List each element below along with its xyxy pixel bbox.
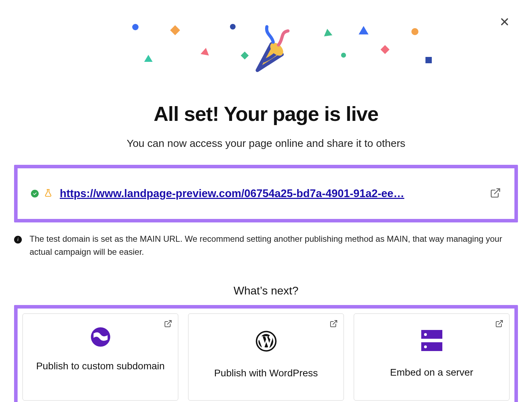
modal-headline: All set! Your page is live (14, 102, 518, 125)
server-icon (421, 330, 442, 351)
confetti-illustration (14, 18, 518, 74)
open-external-icon (164, 319, 172, 329)
info-message: i The test domain is set as the MAIN URL… (14, 232, 518, 258)
svg-line-8 (499, 320, 502, 324)
globe-icon (90, 326, 111, 348)
svg-line-3 (494, 189, 500, 194)
card-title: Embed on a server (390, 366, 473, 379)
card-title: Publish to custom subdomain (36, 359, 165, 373)
wordpress-icon (256, 331, 277, 352)
live-page-url[interactable]: https://www.landpage-preview.com/06754a2… (60, 187, 485, 200)
party-popper-icon (238, 25, 294, 74)
whats-next-heading: What’s next? (14, 284, 518, 297)
svg-line-4 (167, 320, 171, 324)
next-options-panel: Publish to custom subdomain Publish with… (14, 305, 518, 402)
svg-line-6 (333, 320, 337, 324)
info-text: The test domain is set as the MAIN URL. … (30, 232, 518, 258)
flask-icon (44, 188, 53, 199)
open-external-icon (329, 319, 338, 329)
open-external-button[interactable] (490, 187, 501, 200)
card-title: Publish with WordPress (214, 367, 318, 380)
publish-custom-subdomain-card[interactable]: Publish to custom subdomain (23, 313, 178, 401)
embed-server-card[interactable]: Embed on a server (354, 313, 509, 401)
open-external-icon (495, 319, 504, 329)
info-icon: i (14, 236, 22, 244)
modal-subhead: You can now access your page online and … (14, 137, 518, 149)
status-check-icon (31, 190, 39, 197)
live-url-panel: https://www.landpage-preview.com/06754a2… (14, 165, 518, 222)
publish-wordpress-card[interactable]: Publish with WordPress (188, 313, 344, 401)
